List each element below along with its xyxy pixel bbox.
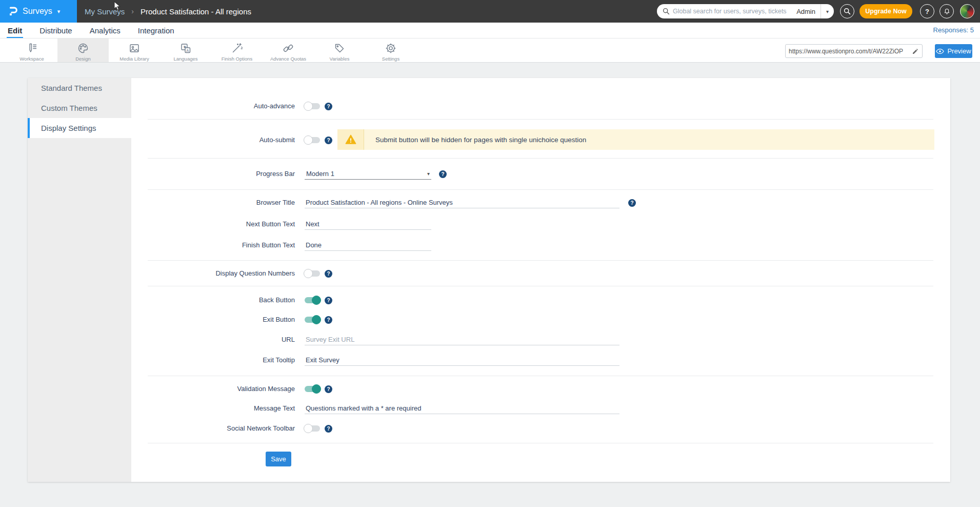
divider	[148, 443, 933, 443]
tag-icon	[333, 42, 346, 54]
gear-icon	[385, 42, 397, 54]
save-button[interactable]: Save	[266, 452, 291, 466]
edit-url-pencil-icon[interactable]	[912, 48, 919, 55]
search-submit-button[interactable]	[840, 4, 854, 18]
next-button-text-input[interactable]	[305, 219, 431, 230]
validation-message-toggle[interactable]	[305, 386, 320, 392]
global-search-input[interactable]	[673, 4, 794, 18]
progress-bar-row: Progress Bar Modern 1 ▾ ?	[131, 168, 950, 180]
display-question-numbers-label: Display Question Numbers	[131, 268, 295, 279]
browser-title-help-icon[interactable]: ?	[628, 199, 636, 207]
help-button[interactable]: ?	[920, 4, 934, 18]
browser-title-label: Browser Title	[131, 197, 295, 208]
svg-text:A: A	[186, 48, 189, 53]
eye-icon	[936, 48, 944, 54]
toolbar-item-media-library[interactable]: Media Library	[109, 38, 160, 62]
exit-url-row: URL	[131, 334, 950, 345]
survey-url-input[interactable]	[789, 48, 912, 55]
display-settings-panel: Standard Themes Custom Themes Display Se…	[28, 78, 950, 482]
auto-submit-warning-banner: Submit button will be hidden for pages w…	[337, 129, 934, 150]
tab-edit[interactable]: Edit	[7, 23, 23, 38]
message-text-row: Message Text	[131, 403, 950, 414]
browser-title-input[interactable]	[305, 197, 619, 208]
back-button-help-icon[interactable]: ?	[325, 297, 332, 304]
exit-url-input[interactable]	[305, 334, 619, 345]
finish-button-text-row: Finish Button Text	[131, 240, 950, 251]
finish-button-text-input[interactable]	[305, 240, 431, 251]
auto-advance-row: Auto-advance ?	[131, 101, 950, 112]
toolbar-item-languages[interactable]: ★A Languages	[160, 38, 211, 62]
user-avatar[interactable]	[960, 4, 974, 18]
toolbar-item-variables[interactable]: Variables	[314, 38, 365, 62]
toolbar-item-finish-options[interactable]: Finish Options	[211, 38, 263, 62]
message-text-label: Message Text	[131, 403, 295, 414]
validation-message-help-icon[interactable]: ?	[325, 385, 332, 393]
display-question-numbers-row: Display Question Numbers ?	[131, 268, 950, 279]
auto-advance-toggle[interactable]	[305, 103, 320, 109]
back-button-toggle[interactable]	[305, 297, 320, 303]
sidebar-item-custom-themes[interactable]: Custom Themes	[28, 98, 131, 118]
display-question-numbers-toggle[interactable]	[305, 270, 320, 277]
search-scope-dropdown[interactable]: ▾	[821, 4, 834, 18]
social-network-toolbar-toggle[interactable]	[305, 425, 320, 432]
validation-message-label: Validation Message	[131, 383, 295, 395]
auto-submit-help-icon[interactable]: ?	[325, 136, 332, 144]
tab-analytics[interactable]: Analytics	[89, 23, 122, 38]
search-scope-label: Admin	[794, 8, 821, 15]
toolbar-item-advance-quotas[interactable]: Advance Quotas	[263, 38, 314, 62]
back-button-row: Back Button ?	[131, 295, 950, 306]
progress-bar-select[interactable]: Modern 1 ▾	[305, 168, 431, 180]
responses-count[interactable]: Responses: 5	[933, 26, 974, 34]
social-network-toolbar-help-icon[interactable]: ?	[325, 425, 332, 433]
sidebar-item-display-settings[interactable]: Display Settings	[28, 118, 131, 138]
top-bar: Surveys ▾ My Surveys › Product Satisfact…	[0, 0, 980, 23]
image-icon	[128, 42, 141, 54]
warning-message: Submit button will be hidden for pages w…	[364, 129, 586, 150]
next-button-text-row: Next Button Text	[131, 219, 950, 230]
auto-advance-label: Auto-advance	[131, 101, 295, 112]
tab-integration[interactable]: Integration	[137, 23, 175, 38]
questionpro-logo-icon	[7, 6, 18, 17]
workspace-icon	[26, 42, 38, 54]
message-text-input[interactable]	[305, 403, 619, 414]
toolbar-item-design[interactable]: Design	[57, 38, 109, 62]
auto-advance-help-icon[interactable]: ?	[325, 103, 332, 110]
app-title: Surveys	[23, 7, 52, 16]
progress-bar-help-icon[interactable]: ?	[439, 170, 447, 178]
exit-tooltip-row: Exit Tooltip	[131, 355, 950, 366]
upgrade-now-button[interactable]: Upgrade Now	[859, 4, 912, 18]
sidebar-item-standard-themes[interactable]: Standard Themes	[28, 78, 131, 98]
surveys-app-menu[interactable]: Surveys ▾	[0, 0, 77, 23]
exit-button-toggle[interactable]	[305, 317, 320, 323]
social-network-toolbar-row: Social Network Toolbar ?	[131, 423, 950, 434]
validation-message-row: Validation Message ?	[131, 383, 950, 395]
exit-button-row: Exit Button ?	[131, 314, 950, 325]
exit-url-label: URL	[131, 334, 295, 345]
social-network-toolbar-label: Social Network Toolbar	[131, 423, 295, 434]
chevron-down-icon: ▾	[57, 8, 61, 15]
breadcrumb-my-surveys[interactable]: My Surveys	[85, 7, 125, 16]
exit-button-help-icon[interactable]: ?	[325, 316, 332, 324]
bell-icon	[943, 8, 951, 15]
translate-icon: ★A	[179, 42, 192, 54]
breadcrumb-separator-icon: ›	[131, 7, 134, 15]
auto-submit-toggle[interactable]	[305, 137, 320, 143]
toolbar-item-workspace[interactable]: Workspace	[6, 38, 57, 62]
display-question-numbers-help-icon[interactable]: ?	[325, 270, 332, 278]
chevron-down-icon: ▾	[427, 171, 430, 177]
question-mark-icon: ?	[925, 8, 929, 15]
warning-triangle-icon	[337, 129, 364, 150]
link-icon	[282, 42, 294, 54]
toolbar-item-settings[interactable]: Settings	[365, 38, 416, 62]
magic-wand-icon	[231, 42, 243, 54]
breadcrumb: My Surveys › Product Satisfaction - All …	[85, 0, 251, 23]
tab-distribute[interactable]: Distribute	[38, 23, 73, 38]
browser-title-row: Browser Title ?	[131, 197, 950, 208]
next-button-text-label: Next Button Text	[131, 219, 295, 230]
exit-tooltip-input[interactable]	[305, 355, 619, 366]
search-icon	[657, 8, 673, 15]
finish-button-text-label: Finish Button Text	[131, 240, 295, 251]
notifications-button[interactable]	[939, 4, 954, 18]
divider	[148, 119, 933, 120]
preview-button[interactable]: Preview	[935, 44, 972, 58]
